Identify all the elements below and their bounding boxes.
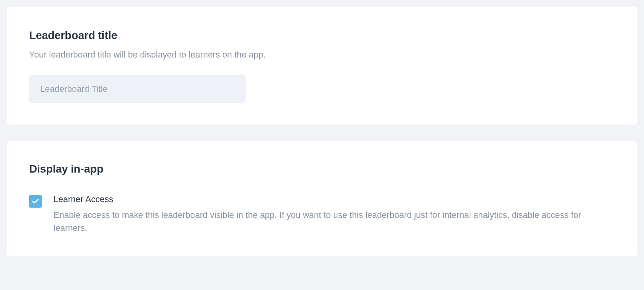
learner-access-row: Learner Access Enable access to make thi… — [29, 194, 615, 234]
leaderboard-title-subheading: Your leaderboard title will be displayed… — [29, 49, 615, 61]
leaderboard-title-heading: Leaderboard title — [29, 29, 615, 42]
display-in-app-card: Display in-app Learner Access Enable acc… — [7, 141, 637, 257]
learner-access-checkbox[interactable] — [29, 195, 42, 208]
check-icon — [31, 197, 39, 205]
learner-access-text: Learner Access Enable access to make thi… — [54, 194, 615, 234]
learner-access-description: Enable access to make this leaderboard v… — [54, 208, 589, 234]
display-in-app-heading: Display in-app — [29, 163, 615, 175]
learner-access-label: Learner Access — [54, 194, 615, 204]
leaderboard-title-input[interactable] — [29, 75, 246, 103]
leaderboard-title-card: Leaderboard title Your leaderboard title… — [7, 7, 637, 125]
